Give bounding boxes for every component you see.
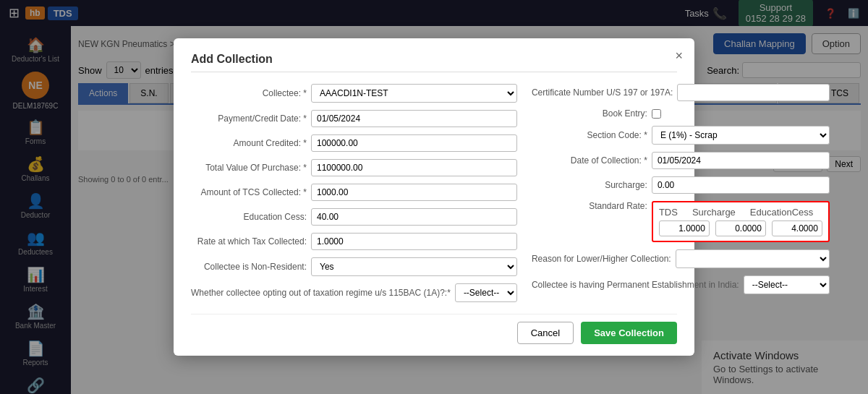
permanent-est-label: Collectee is having Permanent Establishm… — [532, 280, 739, 290]
cess-header: EducationCess — [750, 207, 813, 218]
left-col: Collectee: * AAACDI1N-TEST Payment/Credi… — [191, 84, 517, 302]
total-value-label: Total Value Of Purchase: * — [191, 163, 307, 173]
rate-tax-input[interactable] — [311, 233, 517, 250]
amount-credited-row: Amount Credited: * — [191, 134, 517, 152]
rate-tax-label: Rate at which Tax Collected: — [191, 236, 307, 247]
cert-number-label: Certificate Number U/S 197 or 197A: — [532, 87, 673, 98]
standard-rate-box: TDS Surcharge EducationCess — [652, 201, 830, 242]
date-collection-row: Date of Collection: * — [532, 152, 830, 169]
taxation-label: Whether collectee opting out of taxation… — [191, 288, 451, 298]
add-collection-modal: Add Collection × Collectee: * AAACDI1N-T… — [174, 38, 694, 356]
standard-rate-label: Standard Rate: — [532, 201, 647, 211]
taxation-row: Whether collectee opting out of taxation… — [191, 283, 517, 302]
collectee-label: Collectee: * — [191, 88, 307, 98]
reason-label: Reason for Lower/Higher Collection: — [532, 254, 671, 264]
amount-tcs-label: Amount of TCS Collected: * — [191, 187, 307, 197]
right-col: Certificate Number U/S 197 or 197A: Book… — [532, 84, 830, 302]
permanent-est-row: Collectee is having Permanent Establishm… — [532, 275, 830, 294]
taxation-select[interactable]: --Select-- Yes No — [455, 283, 517, 302]
standard-rate-cess-input[interactable] — [772, 220, 822, 236]
standard-rate-header: TDS Surcharge EducationCess — [659, 207, 822, 218]
modal-overlay: Add Collection × Collectee: * AAACDI1N-T… — [0, 0, 868, 394]
reason-row: Reason for Lower/Higher Collection: — [532, 249, 830, 268]
collectee-select[interactable]: AAACDI1N-TEST — [311, 84, 517, 103]
cert-number-input[interactable] — [677, 84, 830, 101]
collectee-row: Collectee: * AAACDI1N-TEST — [191, 84, 517, 103]
modal-form: Collectee: * AAACDI1N-TEST Payment/Credi… — [191, 84, 677, 302]
education-cess-label: Education Cess: — [191, 212, 307, 222]
modal-close-button[interactable]: × — [675, 48, 683, 64]
cert-number-row: Certificate Number U/S 197 or 197A: — [532, 84, 830, 101]
total-value-row: Total Value Of Purchase: * — [191, 159, 517, 176]
education-cess-input[interactable] — [311, 208, 517, 226]
reason-select[interactable] — [676, 249, 830, 268]
book-entry-row: Book Entry: — [532, 108, 830, 119]
surcharge-label: Surcharge: — [532, 180, 647, 190]
payment-date-row: Payment/Credit Date: * — [191, 110, 517, 127]
save-collection-button[interactable]: Save Collection — [581, 322, 677, 344]
amount-credited-label: Amount Credited: * — [191, 138, 307, 148]
amount-tcs-row: Amount of TCS Collected: * — [191, 184, 517, 201]
amount-credited-input[interactable] — [311, 134, 517, 152]
modal-title: Add Collection — [191, 53, 677, 72]
date-collection-input[interactable] — [652, 152, 830, 169]
standard-rate-row: Standard Rate: TDS Surcharge EducationCe… — [532, 201, 830, 242]
amount-tcs-input[interactable] — [311, 184, 517, 201]
cancel-button[interactable]: Cancel — [517, 322, 574, 344]
surcharge-input[interactable] — [652, 176, 830, 194]
payment-date-label: Payment/Credit Date: * — [191, 114, 307, 124]
standard-rate-values — [659, 220, 822, 236]
non-resident-select[interactable]: Yes No — [311, 257, 517, 276]
modal-footer: Cancel Save Collection — [191, 314, 677, 344]
surcharge-header: Surcharge — [692, 207, 736, 218]
tds-header: TDS — [659, 207, 678, 218]
book-entry-checkbox[interactable] — [652, 109, 661, 119]
section-code-select[interactable]: E (1%) - Scrap — [652, 126, 830, 145]
book-entry-label: Book Entry: — [532, 108, 647, 119]
date-collection-label: Date of Collection: * — [532, 155, 647, 166]
total-value-input[interactable] — [311, 159, 517, 176]
standard-rate-tds-input[interactable] — [659, 220, 710, 236]
permanent-est-select[interactable]: --Select-- Yes No — [744, 275, 830, 294]
rate-tax-row: Rate at which Tax Collected: — [191, 233, 517, 250]
section-code-row: Section Code: * E (1%) - Scrap — [532, 126, 830, 145]
education-cess-row: Education Cess: — [191, 208, 517, 226]
surcharge-row: Surcharge: — [532, 176, 830, 194]
non-resident-label: Collectee is Non-Resident: — [191, 262, 307, 272]
non-resident-row: Collectee is Non-Resident: Yes No — [191, 257, 517, 276]
section-code-label: Section Code: * — [532, 130, 647, 140]
standard-rate-surcharge-input[interactable] — [715, 220, 766, 236]
payment-date-input[interactable] — [311, 110, 517, 127]
